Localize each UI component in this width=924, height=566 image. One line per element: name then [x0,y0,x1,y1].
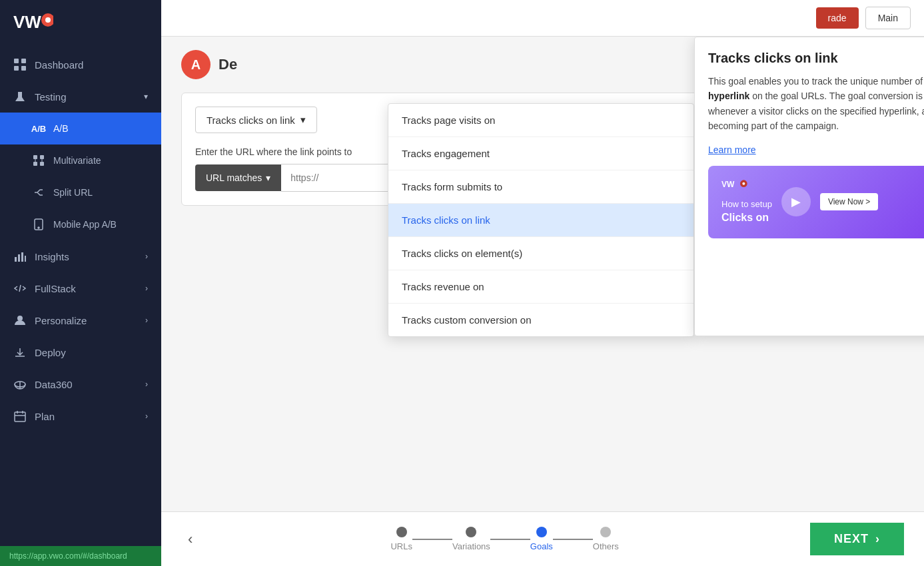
info-video-thumbnail[interactable]: VW How to setup Clicks on ▶ View Now > [708,166,924,239]
svg-rect-16 [18,254,20,262]
sidebar-item-data360-label: Data360 [35,379,73,390]
others-step-dot [600,527,611,537]
goal-selector-chevron-icon: ▾ [300,114,306,126]
sidebar-item-data360[interactable]: Data360 › [0,368,161,400]
sidebar-item-dashboard[interactable]: Dashboard [0,49,161,81]
svg-rect-6 [21,66,26,71]
footer-step-others: Others [593,527,619,551]
video-how-to: How to setup [721,198,772,210]
testing-chevron-icon: ▾ [144,92,148,101]
sidebar-item-personalize[interactable]: Personalize › [0,304,161,336]
dropdown-item-clicks-link-label: Tracks clicks on link [402,214,490,226]
personalize-icon [13,314,27,327]
sidebar-item-testing-label: Testing [35,91,67,103]
dropdown-item-clicks-link[interactable]: Tracks clicks on link [388,204,693,237]
info-panel-description: This goal enables you to track the uniqu… [708,74,924,134]
footer-step-goals: Goals [530,527,553,551]
sidebar-item-spliturl-label: Split URL [53,187,93,198]
footer: ‹ URLs Variations Goals Othe [161,511,924,566]
svg-rect-10 [40,162,44,166]
main-button[interactable]: Main [865,7,911,29]
goal-selector[interactable]: Tracks clicks on link ▾ [195,107,317,133]
video-play-button[interactable]: ▶ [781,187,811,216]
footer-step-variations: Variations [452,527,490,551]
sidebar-logo: VW [0,0,161,49]
dropdown-item-revenue-label: Tracks revenue on [402,281,484,292]
sidebar: VW Dashboard Testing ▾ A/B A/B [0,0,161,566]
next-icon: › [875,532,880,546]
sidebar-item-mobileappab-label: Mobile App A/B [53,219,117,230]
svg-rect-23 [15,412,25,422]
sidebar-item-spliturl[interactable]: Split URL [0,176,161,208]
svg-text:VW: VW [13,12,41,32]
ab-icon: A/B [32,122,45,135]
learn-more-link[interactable]: Learn more [708,144,924,155]
svg-point-29 [742,182,745,184]
top-bar: rade Main [161,0,924,37]
sidebar-item-fullstack[interactable]: FullStack › [0,272,161,304]
dropdown-item-form-submits[interactable]: Tracks form submits to [388,170,693,204]
variations-step-dot [466,527,476,537]
data360-chevron-icon: › [145,380,148,389]
svg-rect-5 [14,66,19,71]
svg-rect-3 [14,59,19,63]
avatar: A [181,50,211,79]
status-bar: https://app.vwo.com/#/dashboard [0,546,161,566]
info-panel-desc-part1: This goal enables you to track the uniqu… [708,76,924,87]
prev-button[interactable]: ‹ [181,531,199,548]
avatar-letter: A [191,57,201,73]
content-area: A De Tracks clicks on link ▾ Enter the U… [161,37,924,511]
dropdown-item-clicks-element[interactable]: Tracks clicks on element(s) [388,237,693,270]
insights-chevron-icon: › [145,252,148,261]
urls-step-label: URLs [390,541,412,551]
footer-step-urls: URLs [390,527,412,551]
svg-point-2 [45,17,51,23]
personalize-chevron-icon: › [145,316,148,325]
step-connector-2 [490,539,530,540]
sidebar-item-plan-label: Plan [35,411,55,422]
dropdown-item-page-visits[interactable]: Tracks page visits on [388,104,693,137]
sidebar-item-dashboard-label: Dashboard [35,59,83,71]
svg-rect-8 [40,155,44,159]
svg-rect-18 [25,256,26,262]
steps-row: URLs Variations Goals Others [390,527,618,551]
sidebar-item-deploy[interactable]: Deploy [0,336,161,368]
sidebar-item-ab[interactable]: A/B A/B [0,113,161,144]
beaker-icon [13,90,27,103]
next-label: NEXT [834,532,869,546]
url-matches-button[interactable]: URL matches ▾ [195,164,281,191]
code-icon [13,282,27,295]
sidebar-item-ab-label: A/B [53,123,69,134]
video-highlight: Clicks on [721,210,772,225]
dropdown-item-engagement[interactable]: Tracks engagement [388,137,693,170]
sidebar-item-mobileappab[interactable]: Mobile App A/B [0,208,161,240]
mobile-icon [32,218,45,231]
svg-rect-17 [21,252,23,262]
step-connector-3 [553,539,593,540]
info-panel: Tracks clicks on link This goal enables … [694,37,924,336]
dropdown-item-custom[interactable]: Tracks custom conversion on [388,304,693,336]
dropdown-item-custom-label: Tracks custom conversion on [402,314,532,326]
sidebar-item-plan[interactable]: Plan › [0,400,161,432]
sidebar-item-insights[interactable]: Insights › [0,240,161,272]
url-matches-chevron-icon: ▾ [266,172,270,183]
svg-rect-7 [33,155,37,159]
svg-text:VW: VW [721,180,735,189]
upgrade-button[interactable]: rade [816,7,859,29]
sidebar-item-personalize-label: Personalize [35,315,87,326]
info-panel-content: Tracks clicks on link This goal enables … [695,37,924,252]
goals-step-label: Goals [530,541,553,551]
main-content: rade Main A De Tracks clicks on link ▾ E… [161,0,924,566]
svg-rect-15 [15,257,17,262]
sidebar-item-testing[interactable]: Testing ▾ [0,81,161,113]
dropdown-item-revenue[interactable]: Tracks revenue on [388,270,693,304]
sidebar-item-insights-label: Insights [35,251,69,262]
url-matches-label: URL matches [206,172,262,183]
view-now-button[interactable]: View Now > [820,193,878,210]
video-text: How to setup Clicks on [721,198,772,226]
sidebar-item-multivariate[interactable]: Multivariate [0,144,161,176]
next-button[interactable]: NEXT › [810,523,904,555]
urls-step-dot [396,527,407,537]
fullstack-chevron-icon: › [145,284,148,293]
video-logo-text: VW [721,179,772,196]
